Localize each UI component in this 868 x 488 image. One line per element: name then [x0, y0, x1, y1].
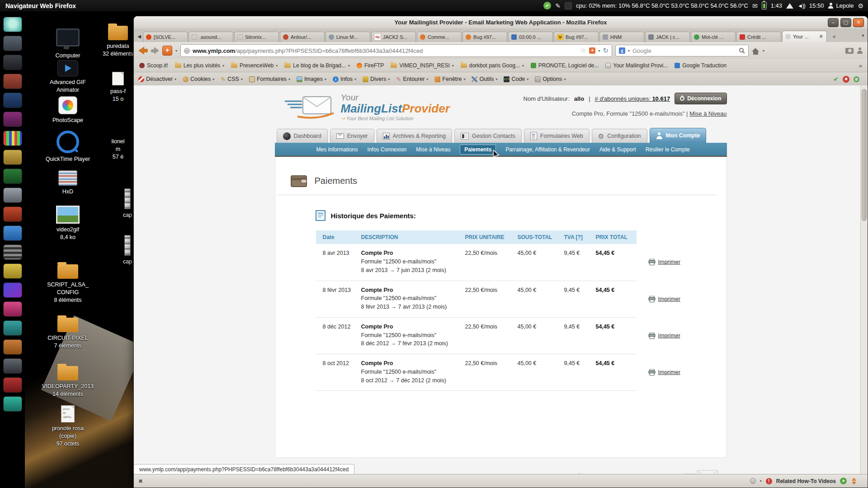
launcher-icon[interactable]: [3, 263, 22, 279]
tab-close-icon[interactable]: ✖: [819, 34, 824, 39]
google-engine-icon[interactable]: g: [619, 47, 625, 54]
devbar-menu[interactable]: Divers▾: [363, 76, 390, 82]
browser-tab[interactable]: .asound...: [189, 32, 233, 42]
back-button[interactable]: [138, 47, 148, 55]
subnav-paiements[interactable]: Paiements: [460, 145, 496, 155]
tab-formulaires-web[interactable]: Formulaires Web: [524, 129, 590, 143]
site-identity-icon[interactable]: [184, 48, 190, 54]
launcher-icon[interactable]: [3, 244, 22, 260]
launcher-icon[interactable]: [3, 36, 22, 51]
launcher-icon[interactable]: [3, 282, 22, 298]
bookmark-folder[interactable]: VIMEO_INSPI_RESI▾: [391, 62, 453, 69]
chevron-down-icon[interactable]: ▾: [628, 49, 630, 53]
launcher-icon[interactable]: [3, 17, 22, 32]
battery-icon[interactable]: [762, 2, 767, 9]
bookmark-folder[interactable]: PresenceWeb▾: [231, 62, 278, 69]
tab-dashboard[interactable]: Dashboard: [277, 129, 328, 143]
mail-icon[interactable]: ✉: [752, 2, 758, 9]
launcher-icon[interactable]: [3, 339, 22, 355]
chevron-down-icon[interactable]: ▾: [760, 479, 762, 483]
launcher-icon[interactable]: [3, 131, 22, 146]
browser-tab[interactable]: Sitronix...: [234, 32, 279, 42]
bookmark-item[interactable]: Your Mailinglist Provi...: [605, 62, 668, 69]
subnav-mes-informations[interactable]: Mes Informations: [316, 146, 358, 153]
chevron-down-icon[interactable]: ▾: [763, 49, 764, 53]
devbar-menu[interactable]: ✎Entourer▾: [396, 76, 428, 83]
launcher-icon[interactable]: [3, 377, 22, 393]
browser-tab[interactable]: Ardour/...: [280, 32, 325, 42]
minimize-button[interactable]: –: [828, 18, 839, 27]
gear-icon[interactable]: ⚙: [858, 2, 863, 9]
browser-tab[interactable]: JACK | c...: [645, 32, 690, 42]
print-link[interactable]: Imprimer: [648, 368, 680, 377]
browser-tab[interactable]: HNM: [599, 32, 644, 42]
desktop-icon-hxd[interactable]: HxD: [38, 170, 97, 196]
search-input[interactable]: Google: [632, 47, 736, 54]
subnav-mise-a-niveau[interactable]: Mise à Niveau: [416, 146, 450, 153]
bookmark-item[interactable]: Scoop.it!: [139, 62, 168, 69]
launcher-icon[interactable]: [3, 93, 22, 108]
launcher-icon[interactable]: [3, 188, 22, 203]
maximize-button[interactable]: ▢: [840, 18, 851, 27]
chevron-down-icon[interactable]: ▾: [598, 49, 600, 53]
devbar-menu[interactable]: Désactiver▾: [138, 76, 176, 82]
browser-tab[interactable]: Mot-clé ...: [691, 32, 736, 42]
wifi-icon[interactable]: [786, 3, 793, 9]
desktop-icon-lionel[interactable]: lionel m 57 é: [100, 138, 136, 161]
browser-tab[interactable]: [SOLVE...: [143, 32, 188, 42]
desktop-icon-quicktime[interactable]: QuickTime Player: [38, 131, 97, 163]
devbar-menu[interactable]: Cookies▾: [183, 76, 214, 82]
status-ring-icon[interactable]: [854, 76, 859, 82]
scoopit-toolbar-button[interactable]: +: [162, 46, 172, 56]
browser-tab-active[interactable]: Your ...✖: [782, 31, 827, 42]
desktop-icon-circuit-pixel[interactable]: CIRCUIT-PIXEL 7 éléments: [38, 318, 97, 350]
window-titlebar[interactable]: Your Mailinglist Provider - Email Market…: [134, 16, 868, 28]
devbar-menu[interactable]: Fenêtre▾: [434, 76, 465, 82]
search-icon[interactable]: [739, 47, 745, 54]
launcher-icon[interactable]: [3, 320, 22, 336]
browser-tab[interactable]: Comme...: [417, 32, 462, 42]
close-icon[interactable]: ✖: [138, 478, 143, 484]
bookmarks-overflow-button[interactable]: »: [859, 62, 862, 69]
reload-icon[interactable]: ↻: [603, 47, 609, 55]
close-button[interactable]: ✕: [853, 18, 864, 27]
app-indicator-icon[interactable]: [565, 2, 572, 9]
message-indicator-icon[interactable]: ✔: [543, 2, 551, 9]
desktop-icon-puredata[interactable]: puredata 32 éléments: [100, 26, 136, 58]
desktop-icon-video2gif[interactable]: video2gif 8,4 ko: [38, 206, 97, 241]
account-icon[interactable]: [857, 47, 863, 54]
launcher-icon[interactable]: [3, 169, 22, 184]
bookmark-star-icon[interactable]: ☆: [580, 47, 586, 55]
forward-button[interactable]: [151, 47, 159, 54]
devbar-menu[interactable]: Outils▾: [472, 76, 497, 82]
launcher-icon[interactable]: [3, 74, 22, 89]
browser-tab[interactable]: Bug #97...: [462, 32, 507, 42]
related-videos-label[interactable]: Related How-To Videos: [776, 478, 836, 484]
upgrade-link[interactable]: Mise à Niveau: [689, 110, 726, 117]
subscribers-link[interactable]: # d'abonnés uniques: 10.617: [595, 95, 670, 102]
url-bar[interactable]: www.ymlp.com/app/payments.php?PHPSESSID=…: [180, 44, 612, 57]
volume-icon[interactable]: ◄)): [797, 3, 805, 9]
vertical-scrollbar[interactable]: [860, 85, 868, 474]
tab-gestion-contacts[interactable]: Gestion Contacts: [454, 129, 522, 143]
print-link[interactable]: Imprimer: [648, 332, 680, 340]
devbar-menu[interactable]: ✎CSS▾: [221, 76, 243, 83]
bookmark-item[interactable]: FireFTP: [357, 62, 384, 69]
tab-list-button[interactable]: ▼: [859, 29, 868, 42]
tab-archives-reporting[interactable]: Archives & Reporting: [377, 129, 452, 143]
desktop-icon-pronote[interactable]: proncID:LEPOL pronote rosa (copie) 97 oc…: [38, 405, 97, 448]
subnav-aide-support[interactable]: Aide & Support: [599, 146, 636, 153]
launcher-icon[interactable]: [3, 55, 22, 70]
home-icon[interactable]: [752, 48, 760, 55]
browser-tab[interactable]: lpBug #97...: [554, 32, 599, 42]
tab-mon-compte[interactable]: Mon Compte: [650, 128, 707, 143]
url-text[interactable]: www.ymlp.com/app/payments.php?PHPSESSID=…: [193, 47, 423, 54]
launcher-icon[interactable]: [3, 358, 22, 374]
desktop-icon-computer[interactable]: Computer: [38, 28, 97, 60]
devbar-menu[interactable]: </>Code▾: [504, 76, 528, 82]
bookmark-item[interactable]: PRONOTE, Logiciel de...: [531, 62, 599, 69]
scroll-arrows-widget[interactable]: [851, 478, 857, 485]
launcher-icon[interactable]: [3, 225, 22, 241]
devbar-menu[interactable]: Options▾: [535, 76, 566, 82]
tab-scroll-left-button[interactable]: ◀: [136, 32, 143, 42]
